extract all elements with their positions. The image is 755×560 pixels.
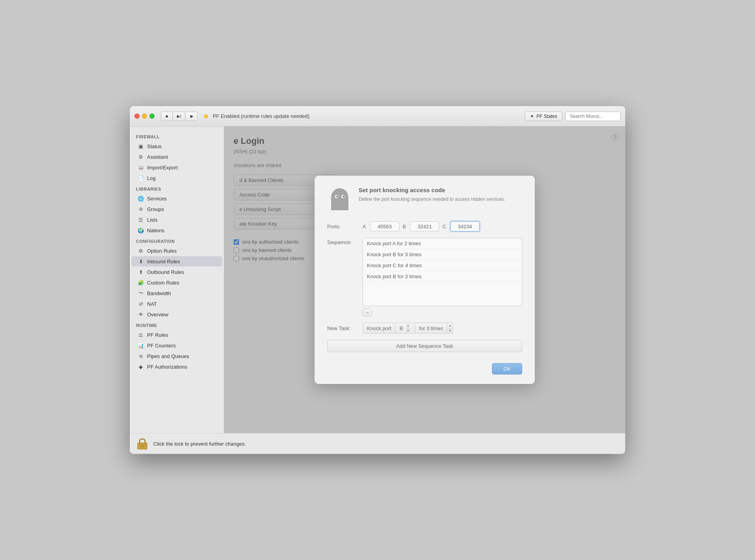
- remove-sequence-button[interactable]: −: [363, 308, 372, 316]
- sidebar-item-status[interactable]: ▣ Status: [131, 141, 222, 151]
- port-up-arrow[interactable]: ▲: [405, 323, 411, 329]
- status-indicator: [204, 114, 208, 118]
- close-button[interactable]: [134, 114, 140, 119]
- pipes-queues-icon: ≋: [138, 353, 144, 359]
- modal-text-group: Set port knocking access code Define the…: [359, 187, 505, 203]
- sidebar: FIREWALL ▣ Status ⚙ Assistant 🗂 Import/E…: [130, 127, 224, 433]
- minimize-button[interactable]: [142, 114, 147, 119]
- sidebar-item-label: Services: [147, 196, 167, 202]
- sidebar-item-overview[interactable]: 👁 Overview: [131, 309, 222, 319]
- times-up-arrow[interactable]: ▲: [447, 323, 453, 329]
- runtime-section-label: RUNTIME: [130, 320, 224, 329]
- ok-button[interactable]: OK: [492, 363, 522, 375]
- lock-icon[interactable]: [136, 437, 149, 450]
- sidebar-item-lists[interactable]: ☰ Lists: [131, 215, 222, 225]
- modal-overlay: Set port knocking access code Define the…: [224, 127, 625, 433]
- sidebar-item-nat[interactable]: ⇄ NAT: [131, 299, 222, 309]
- port-down-arrow[interactable]: ▼: [405, 329, 411, 334]
- port-c-label: C: [442, 224, 446, 230]
- svg-point-5: [343, 196, 344, 197]
- bandwidth-icon: 〜: [138, 290, 144, 296]
- right-panel: ? e Login (SSH) (22 tcp) orizations are …: [224, 127, 625, 433]
- step-button[interactable]: ▶|: [173, 112, 185, 121]
- sequence-item-3[interactable]: Knock port B for 3 times: [363, 271, 522, 282]
- port-c-input[interactable]: [450, 221, 480, 231]
- stop-button[interactable]: ■: [161, 112, 173, 121]
- search-input[interactable]: [565, 112, 621, 121]
- lists-icon: ☰: [138, 217, 144, 223]
- sequence-container: Knock port A for 2 times Knock port B fo…: [363, 238, 522, 316]
- pf-states-icon: ✦: [530, 114, 534, 119]
- knock-port-text: Knock port: [367, 325, 391, 331]
- gear-icon: ⚙: [138, 154, 144, 160]
- toolbar-buttons: ■ ▶| ▶: [161, 112, 198, 121]
- pf-rules-icon: ⚖: [138, 332, 144, 338]
- overview-icon: 👁: [138, 311, 144, 318]
- configuration-section-label: CONFIGURATION: [130, 236, 224, 245]
- pf-auth-icon: ◆: [138, 364, 144, 370]
- times-down-arrow[interactable]: ▼: [447, 329, 453, 334]
- sidebar-item-pf-counters[interactable]: 📊 PF Counters: [131, 340, 222, 351]
- sidebar-item-label: Option Rules: [147, 248, 177, 254]
- sidebar-item-pf-authorizations[interactable]: ◆ PF Authorizations: [131, 362, 222, 372]
- sidebar-item-outbound-rules[interactable]: ⬆ Outbound Rules: [131, 267, 222, 277]
- port-select[interactable]: B ▲ ▼: [396, 323, 415, 334]
- lock-text: Click the lock to prevent further change…: [153, 441, 246, 447]
- sequence-item-0[interactable]: Knock port A for 2 times: [363, 238, 522, 249]
- pf-counters-icon: 📊: [138, 342, 144, 349]
- sidebar-item-log[interactable]: 📄 Log: [131, 173, 222, 183]
- port-a-label: A: [363, 224, 366, 230]
- bottom-bar: Click the lock to prevent further change…: [130, 433, 625, 454]
- sidebar-item-pf-rules[interactable]: ⚖ PF Rules: [131, 330, 222, 340]
- sidebar-item-nations[interactable]: 🌍 Nations: [131, 225, 222, 235]
- modal-header: Set port knocking access code Define the…: [327, 187, 522, 212]
- sidebar-item-option-rules[interactable]: ⚙ Option Rules: [131, 246, 222, 256]
- port-b-input[interactable]: [410, 221, 439, 231]
- sidebar-item-label: Status: [147, 143, 162, 149]
- sequence-list: Knock port A for 2 times Knock port B fo…: [363, 238, 522, 306]
- title-bar: ■ ▶| ▶ PF Enabled (runtime rules update …: [130, 106, 625, 127]
- sequence-item-1[interactable]: Knock port B for 3 times: [363, 249, 522, 260]
- modal-footer: OK: [327, 360, 522, 375]
- main-window: ■ ▶| ▶ PF Enabled (runtime rules update …: [130, 106, 625, 454]
- nations-icon: 🌍: [138, 227, 144, 233]
- traffic-lights: [134, 114, 155, 119]
- pf-states-button[interactable]: ✦ PF States: [525, 112, 562, 121]
- sequence-item-2[interactable]: Knock port C for 4 times: [363, 260, 522, 271]
- libraries-section-label: LIBRARIES: [130, 184, 224, 193]
- file-icon: 🗂: [138, 164, 144, 171]
- sidebar-item-services[interactable]: 🌐 Services: [131, 193, 222, 204]
- times-stepper[interactable]: ▲ ▼: [447, 323, 453, 334]
- knock-port-select[interactable]: Knock port: [363, 323, 396, 334]
- sidebar-item-groups[interactable]: ❊ Groups: [131, 204, 222, 214]
- sequence-label: Sequence:: [327, 238, 363, 245]
- sidebar-item-label: Custom Rules: [147, 280, 179, 286]
- main-content: FIREWALL ▣ Status ⚙ Assistant 🗂 Import/E…: [130, 127, 625, 433]
- title-bar-right: ✦ PF States: [525, 112, 621, 121]
- modal-title: Set port knocking access code: [359, 187, 505, 193]
- sidebar-item-bandwidth[interactable]: 〜 Bandwidth: [131, 288, 222, 298]
- inbound-rules-icon: ⬇: [138, 258, 144, 264]
- add-sequence-task-button[interactable]: Add New Sequence Task: [327, 340, 522, 352]
- sidebar-item-import-export[interactable]: 🗂 Import/Export: [131, 162, 222, 173]
- sequence-controls: −: [363, 308, 522, 316]
- sidebar-item-pipes-queues[interactable]: ≋ Pipes and Queues: [131, 351, 222, 361]
- sidebar-item-label: Lists: [147, 217, 158, 223]
- port-stepper[interactable]: ▲ ▼: [405, 323, 411, 334]
- nat-icon: ⇄: [138, 301, 144, 307]
- times-text: for 3 times: [419, 325, 443, 331]
- sidebar-item-assistant[interactable]: ⚙ Assistant: [131, 152, 222, 162]
- services-icon: 🌐: [138, 195, 144, 202]
- port-b-label: B: [403, 224, 406, 230]
- sidebar-item-custom-rules[interactable]: 🧩 Custom Rules: [131, 277, 222, 288]
- fullscreen-button[interactable]: [149, 114, 155, 119]
- option-rules-icon: ⚙: [138, 248, 144, 254]
- sidebar-item-label: Bandwidth: [147, 290, 171, 296]
- sidebar-item-label: Outbound Rules: [147, 269, 184, 275]
- custom-rules-icon: 🧩: [138, 279, 144, 286]
- play-button[interactable]: ▶: [186, 112, 198, 121]
- sidebar-item-inbound-rules[interactable]: ⬇ Inbound Rules: [131, 256, 222, 266]
- port-a-input[interactable]: [370, 221, 400, 231]
- sidebar-item-label: Import/Export: [147, 165, 178, 171]
- pf-states-label: PF States: [536, 114, 557, 119]
